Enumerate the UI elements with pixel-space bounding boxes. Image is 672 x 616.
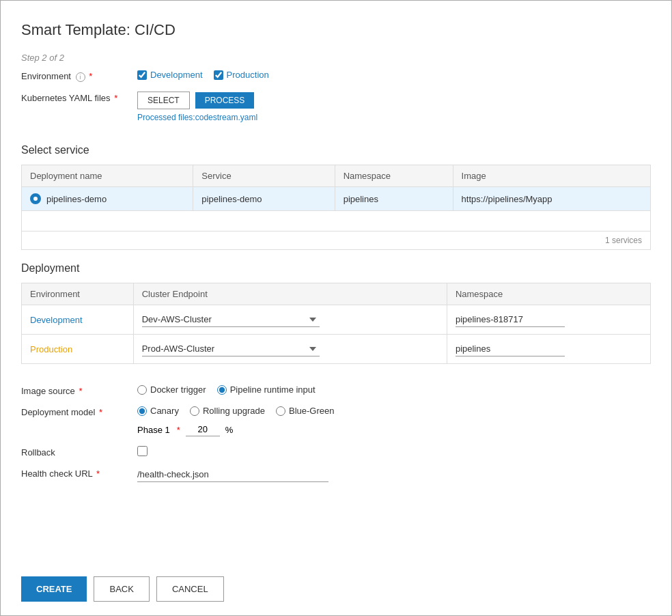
env-dev-label: Development — [30, 315, 83, 325]
cell-namespace: pipelines — [335, 187, 453, 211]
checkbox-production[interactable]: Production — [214, 70, 269, 80]
rollback-label: Rollback — [21, 446, 137, 458]
deploy-row-dev: Development Dev-AWS-Cluster — [22, 305, 651, 335]
processed-files-text: Processed files:codestream.yaml — [137, 113, 257, 122]
back-button[interactable]: BACK — [94, 576, 149, 602]
namespace-prod-input[interactable] — [456, 341, 565, 356]
health-check-row: Health check URL * — [21, 467, 651, 482]
checkbox-development[interactable]: Development — [137, 70, 203, 80]
select-button[interactable]: SELECT — [137, 92, 190, 109]
services-count: 1 services — [21, 232, 651, 250]
radio-pipeline[interactable]: Pipeline runtime input — [217, 384, 316, 395]
image-source-label: Image source * — [21, 384, 137, 396]
cancel-button[interactable]: CANCEL — [156, 576, 224, 602]
radio-rolling[interactable]: Rolling upgrade — [190, 406, 265, 416]
info-icon[interactable]: i — [76, 72, 85, 82]
env-prod-label: Production — [30, 344, 72, 354]
process-button[interactable]: PROCESS — [195, 92, 255, 109]
cluster-dev-select[interactable]: Dev-AWS-Cluster — [142, 312, 320, 327]
radio-blue-green[interactable]: Blue-Green — [276, 406, 334, 416]
ns-prod-cell — [447, 335, 650, 364]
select-service-title: Select service — [21, 144, 651, 156]
deployment-title: Deployment — [21, 262, 651, 275]
namespace-dev-input[interactable] — [456, 312, 565, 327]
kubernetes-label: Kubernetes YAML files * — [21, 92, 137, 103]
col-namespace: Namespace — [335, 165, 453, 187]
cluster-prod-select[interactable]: Prod-AWS-Cluster — [142, 341, 320, 356]
rollback-row: Rollback — [21, 446, 651, 458]
radio-docker[interactable]: Docker trigger — [137, 384, 206, 395]
rollback-control — [137, 446, 148, 456]
deployment-model-row: Deployment model * Canary Rolling upgrad… — [21, 406, 651, 436]
form-fields: Image source * Docker trigger Pipeline r… — [21, 372, 651, 492]
deploy-col-cluster: Cluster Endpoint — [133, 283, 447, 305]
service-table: Deployment name Service Namespace Image … — [21, 165, 651, 232]
health-check-label: Health check URL * — [21, 467, 137, 479]
cluster-dev-cell: Dev-AWS-Cluster — [133, 305, 447, 335]
step-label: Step 2 of 2 — [21, 53, 651, 63]
modal-container: Smart Template: CI/CD Step 2 of 2 Enviro… — [0, 0, 672, 616]
rollback-checkbox[interactable] — [137, 446, 148, 456]
deployment-model-label: Deployment model * — [21, 406, 137, 417]
footer-buttons: CREATE BACK CANCEL — [21, 556, 651, 602]
image-source-row: Image source * Docker trigger Pipeline r… — [21, 384, 651, 396]
environment-label: Environment i * — [21, 70, 137, 82]
col-deployment-name: Deployment name — [22, 165, 193, 187]
page-title: Smart Template: CI/CD — [21, 21, 651, 39]
create-button[interactable]: CREATE — [21, 576, 87, 602]
deployment-table: Environment Cluster Endpoint Namespace D… — [21, 283, 651, 364]
phase-unit: % — [225, 425, 234, 435]
cell-radio: pipelines-demo — [22, 187, 193, 211]
deploy-col-ns: Namespace — [447, 283, 650, 305]
environment-checkboxes: Development Production — [137, 70, 269, 80]
col-image: Image — [453, 165, 650, 187]
radio-canary[interactable]: Canary — [137, 406, 179, 416]
kubernetes-row: Kubernetes YAML files * SELECT PROCESS P… — [21, 92, 651, 122]
deploy-col-env: Environment — [22, 283, 134, 305]
ns-dev-cell — [447, 305, 650, 335]
deployment-model-controls: Canary Rolling upgrade Blue-Green Phase … — [137, 406, 334, 436]
table-row[interactable]: pipelines-demo pipelines-demo pipelines … — [22, 187, 651, 211]
cell-image: https://pipelines/Myapp — [453, 187, 650, 211]
health-check-input[interactable] — [137, 467, 328, 482]
cluster-prod-cell: Prod-AWS-Cluster — [133, 335, 447, 364]
kubernetes-controls: SELECT PROCESS Processed files:codestrea… — [137, 92, 257, 122]
phase-label: Phase 1 — [137, 425, 170, 435]
table-empty-row — [22, 211, 651, 232]
image-source-options: Docker trigger Pipeline runtime input — [137, 384, 316, 395]
environment-row: Environment i * Development Production — [21, 70, 651, 82]
phase-input[interactable] — [186, 423, 220, 436]
col-service: Service — [193, 165, 335, 187]
row-radio-icon — [30, 193, 41, 204]
deploy-row-prod: Production Prod-AWS-Cluster — [22, 335, 651, 364]
cell-service: pipelines-demo — [193, 187, 335, 211]
